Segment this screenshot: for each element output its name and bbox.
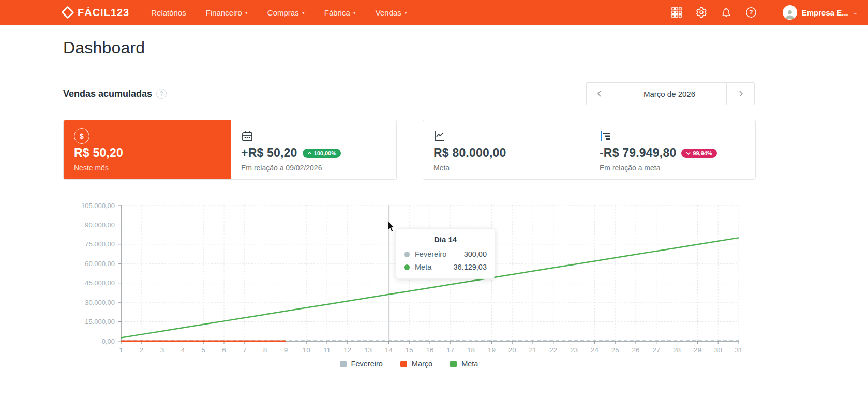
svg-text:60.000,00: 60.000,00	[85, 260, 115, 268]
svg-text:3: 3	[160, 346, 164, 354]
nav-label: Fábrica	[324, 8, 350, 17]
next-month-button[interactable]	[727, 82, 755, 105]
apps-grid-icon[interactable]	[670, 6, 683, 19]
tooltip-row-meta: Meta 36.129,03	[404, 263, 487, 271]
avatar	[783, 5, 797, 20]
svg-text:22: 22	[549, 346, 557, 354]
nav-item-compras[interactable]: Compras ▾	[267, 8, 305, 17]
svg-text:14: 14	[385, 346, 393, 354]
svg-text:16: 16	[426, 346, 433, 354]
topbar-actions: ? Empresa E... ⌄	[670, 5, 858, 20]
question-glyph: ?	[749, 9, 753, 16]
chevron-right-icon	[738, 91, 744, 97]
svg-text:45.000,00: 45.000,00	[85, 279, 115, 287]
top-bar: FÁCIL123 Relatórios Financeiro ▾ Compras…	[0, 0, 868, 25]
divider	[770, 6, 770, 19]
sales-chart[interactable]: 0,0015.000,0030.000,0045.000,0060.000,00…	[63, 200, 759, 356]
percent-badge-down: 99,94%	[681, 149, 716, 158]
card-group-meta: R$ 80.000,00 Meta -R$ 79.949,80	[423, 120, 756, 180]
card-meta-comparison: -R$ 79.949,80 99,94% Em relação a meta	[589, 120, 755, 179]
svg-text:5: 5	[201, 346, 205, 354]
caret-down-icon: ▾	[245, 10, 248, 16]
gear-icon[interactable]	[695, 6, 708, 19]
prev-month-button[interactable]	[586, 82, 612, 105]
svg-text:0,00: 0,00	[102, 337, 115, 345]
svg-text:13: 13	[364, 346, 372, 354]
kpi-cards: $ R$ 50,20 Neste mês +R$ 50,20	[63, 120, 755, 180]
svg-text:15.000,00: 15.000,00	[85, 318, 115, 326]
percent-badge-up: 100,00%	[303, 149, 341, 158]
section-header: Vendas acumuladas ? Março de 2026	[63, 82, 755, 105]
legend-swatch	[400, 361, 407, 367]
svg-text:90.000,00: 90.000,00	[85, 221, 115, 229]
legend-swatch	[340, 361, 347, 367]
legend-item-meta[interactable]: Meta	[450, 360, 478, 368]
chevron-up-icon	[307, 152, 312, 155]
month-label-button[interactable]: Março de 2026	[612, 82, 727, 105]
svg-text:30.000,00: 30.000,00	[85, 299, 115, 306]
dollar-icon: $	[74, 128, 89, 144]
chart-legend: Fevereiro Março Meta	[63, 360, 755, 368]
svg-text:75.000,00: 75.000,00	[85, 240, 115, 248]
svg-text:21: 21	[529, 346, 536, 354]
svg-text:8: 8	[263, 346, 267, 354]
svg-text:29: 29	[694, 346, 701, 354]
svg-text:20: 20	[508, 346, 516, 354]
account-menu[interactable]: Empresa E... ⌄	[783, 5, 858, 20]
card-label: Em relação a meta	[600, 164, 745, 172]
svg-text:23: 23	[570, 346, 578, 354]
svg-text:9: 9	[284, 346, 288, 354]
account-name: Empresa E...	[802, 8, 848, 17]
brand-name: FÁCIL123	[78, 7, 129, 19]
svg-text:27: 27	[652, 346, 660, 354]
chart-tooltip: Dia 14 Fevereiro 300,00 Meta 36.129,03	[395, 228, 496, 279]
main-nav: Relatórios Financeiro ▾ Compras ▾ Fábric…	[151, 8, 407, 17]
svg-text:24: 24	[591, 346, 599, 354]
caret-down-icon: ▾	[405, 10, 407, 16]
calendar-icon	[241, 130, 253, 142]
legend-item-fevereiro[interactable]: Fevereiro	[340, 360, 383, 368]
svg-text:6: 6	[222, 346, 226, 354]
caret-down-icon: ▾	[302, 10, 305, 16]
series-dot-fevereiro	[404, 252, 410, 257]
nav-item-financeiro[interactable]: Financeiro ▾	[206, 8, 248, 17]
section-title: Vendas acumuladas	[63, 89, 152, 99]
svg-text:18: 18	[467, 346, 475, 354]
card-label: Meta	[433, 164, 579, 172]
help-icon[interactable]: ?	[745, 6, 757, 19]
caret-down-icon: ▾	[353, 10, 356, 16]
card-value: R$ 80.000,00	[433, 146, 506, 160]
svg-text:105.000,00: 105.000,00	[81, 202, 115, 210]
chevron-left-icon	[596, 91, 603, 97]
nav-item-vendas[interactable]: Vendas ▾	[376, 8, 407, 17]
brand-logo[interactable]: FÁCIL123	[63, 7, 129, 19]
card-sales-current: $ R$ 50,20 Neste mês	[64, 120, 231, 179]
nav-label: Relatórios	[151, 8, 186, 17]
chevron-down-icon: ⌄	[853, 9, 858, 16]
card-value: -R$ 79.949,80	[600, 146, 676, 160]
series-dot-meta	[404, 264, 410, 270]
card-group-sales: $ R$ 50,20 Neste mês +R$ 50,20	[63, 120, 397, 180]
svg-text:28: 28	[673, 346, 681, 354]
bell-icon[interactable]	[720, 6, 732, 19]
chevron-down-icon	[686, 152, 691, 155]
svg-text:11: 11	[323, 346, 331, 354]
section-help-icon[interactable]: ?	[156, 89, 167, 99]
svg-text:1: 1	[119, 346, 123, 354]
nav-label: Compras	[267, 8, 299, 17]
legend-item-marco[interactable]: Março	[400, 360, 432, 368]
nav-label: Financeiro	[206, 8, 242, 17]
nav-label: Vendas	[376, 8, 401, 17]
svg-text:31: 31	[735, 346, 742, 354]
svg-text:2: 2	[140, 346, 144, 354]
nav-item-fabrica[interactable]: Fábrica ▾	[324, 8, 356, 17]
svg-text:7: 7	[243, 346, 247, 354]
card-value: +R$ 50,20	[241, 146, 297, 160]
page-title: Dashboard	[63, 38, 818, 57]
svg-text:15: 15	[406, 346, 413, 354]
svg-text:12: 12	[343, 346, 351, 354]
svg-text:4: 4	[181, 346, 185, 354]
legend-swatch	[450, 361, 457, 367]
nav-item-relatorios[interactable]: Relatórios	[151, 8, 186, 17]
bar-chart-icon	[600, 130, 612, 142]
